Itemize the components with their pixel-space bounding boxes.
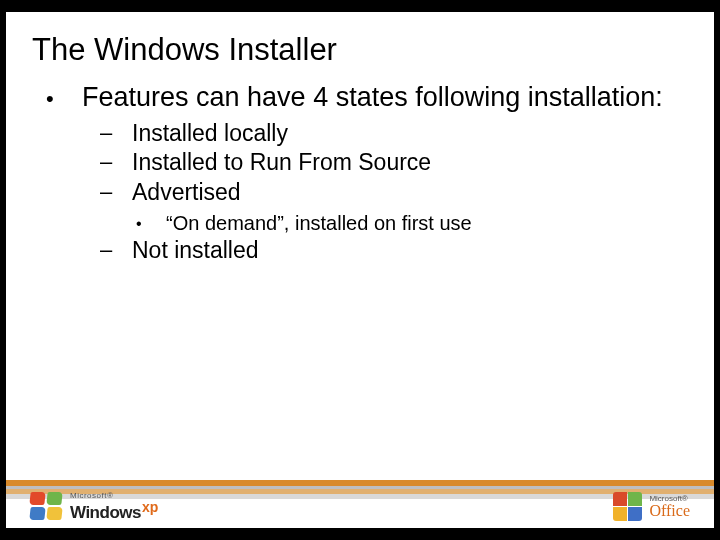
dash-icon: – — [100, 179, 132, 207]
windows-flag-icon — [30, 492, 64, 522]
dash-icon: – — [100, 120, 132, 148]
windows-label: Windows — [70, 504, 141, 523]
bullet-dot-icon: • — [46, 82, 82, 114]
office-logo: Microsoft® Office — [613, 492, 690, 522]
bullet-text: Features can have 4 states following ins… — [82, 82, 684, 114]
office-label: Office — [649, 503, 690, 519]
slide-content: • Features can have 4 states following i… — [46, 82, 684, 264]
xp-label: xp — [142, 499, 158, 515]
dash-icon: – — [100, 237, 132, 265]
slide-title: The Windows Installer — [32, 32, 337, 68]
bullet-text: Not installed — [132, 237, 684, 265]
bullet-text: “On demand”, installed on first use — [166, 211, 684, 235]
bullet-level2: – Not installed — [100, 237, 684, 265]
bullet-text: Installed to Run From Source — [132, 149, 684, 177]
bullet-level3: • “On demand”, installed on first use — [136, 211, 684, 235]
bullet-level2: – Advertised — [100, 179, 684, 207]
bullet-level1: • Features can have 4 states following i… — [46, 82, 684, 114]
bullet-level2: – Installed to Run From Source — [100, 149, 684, 177]
bullet-dot-icon: • — [136, 211, 166, 235]
bullet-text: Advertised — [132, 179, 684, 207]
office-puzzle-icon — [613, 492, 643, 522]
bullet-text: Installed locally — [132, 120, 684, 148]
bullet-level2: – Installed locally — [100, 120, 684, 148]
windows-logo: Microsoft® Windowsxp — [30, 492, 158, 522]
dash-icon: – — [100, 149, 132, 177]
slide-footer: Microsoft® Windowsxp Microsoft® Office — [6, 458, 714, 528]
slide: The Windows Installer • Features can hav… — [6, 12, 714, 528]
